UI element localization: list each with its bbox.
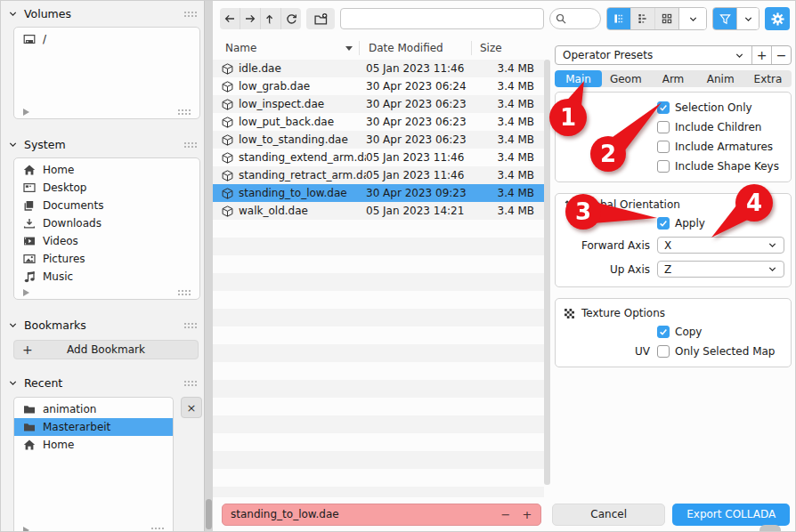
- recent-section-header[interactable]: Recent: [1, 374, 204, 391]
- cancel-button[interactable]: Cancel: [552, 504, 666, 526]
- filename-field[interactable]: standing_to_low.dae − +: [222, 504, 541, 526]
- drag-handle-icon[interactable]: [177, 289, 191, 295]
- operator-presets-dropdown[interactable]: Operator Presets: [556, 46, 751, 64]
- volumes-section-header[interactable]: Volumes: [1, 4, 204, 22]
- dae-file-cube-icon: [222, 81, 233, 93]
- dae-file-cube-icon: [222, 63, 233, 75]
- export-collada-button[interactable]: Export COLLADA: [672, 504, 790, 526]
- checkbox-label[interactable]: Include Armatures: [675, 141, 773, 153]
- checkbox-label[interactable]: Only Selected Map: [675, 345, 775, 358]
- drag-handle-icon[interactable]: [183, 11, 197, 17]
- settings-button[interactable]: [765, 7, 790, 30]
- checkmark-icon: [659, 327, 668, 336]
- checkbox[interactable]: [657, 345, 670, 358]
- sidebar-scrollbar-thumb[interactable]: [206, 499, 212, 529]
- increment-filename-button[interactable]: +: [522, 508, 532, 521]
- system-panel: Home Desktop Documents Downloads: [13, 157, 200, 300]
- vertical-list-view-button[interactable]: [607, 8, 630, 29]
- file-name: idle.dae: [239, 62, 366, 75]
- recent-item[interactable]: Home: [14, 436, 173, 454]
- file-name: low_put_back.dae: [239, 116, 366, 128]
- checkbox-label[interactable]: Selection Only: [675, 101, 752, 114]
- column-header-size[interactable]: Size: [471, 41, 544, 55]
- volumes-label: Volumes: [24, 7, 71, 20]
- file-row[interactable]: low_inspect.dae 30 Apr 2023 06:23 3.4 MB: [213, 95, 544, 113]
- volumes-panel: /: [13, 27, 200, 119]
- recent-item[interactable]: Masterarbeit: [14, 418, 173, 436]
- up-directory-button[interactable]: [260, 8, 280, 29]
- remove-preset-button[interactable]: −: [771, 46, 791, 64]
- system-folder-item[interactable]: Home: [14, 161, 199, 179]
- detail-list-view-button[interactable]: [630, 8, 654, 29]
- system-folder-item[interactable]: Downloads: [14, 214, 199, 232]
- search-field[interactable]: [549, 8, 601, 29]
- file-date-modified: 30 Apr 2023 06:23: [366, 133, 479, 146]
- plus-icon: +: [22, 343, 33, 357]
- add-bookmark-button[interactable]: + Add Bookmark: [13, 340, 199, 359]
- checkbox[interactable]: [657, 326, 670, 338]
- thumbnail-view-button[interactable]: [654, 8, 678, 29]
- file-row[interactable]: low_to_standing.dae 30 Apr 2023 06:23 3.…: [213, 131, 544, 149]
- export-tab[interactable]: Extra: [744, 70, 792, 87]
- recent-item[interactable]: animation: [14, 400, 173, 418]
- forward-button[interactable]: [240, 8, 260, 29]
- system-folder-item[interactable]: Desktop: [14, 179, 199, 197]
- volume-item[interactable]: /: [14, 30, 199, 48]
- chevron-down-icon: [8, 9, 18, 19]
- bookmarks-section-header[interactable]: Bookmarks: [1, 316, 204, 334]
- system-folder-item[interactable]: Documents: [14, 197, 199, 214]
- chevron-down-icon: [735, 51, 744, 60]
- volume-label: /: [43, 33, 46, 45]
- system-folder-item[interactable]: Music: [14, 268, 199, 286]
- search-input[interactable]: [570, 12, 595, 25]
- callout-2-arrow: 2: [584, 95, 666, 175]
- recent-list: animation Masterarbeit Home: [14, 400, 173, 454]
- checkbox-label[interactable]: Include Children: [675, 121, 761, 133]
- filter-settings-dropdown[interactable]: [736, 8, 759, 29]
- column-header-date-modified[interactable]: Date Modified: [359, 41, 471, 55]
- file-row[interactable]: low_put_back.dae 30 Apr 2023 06:23 3.4 M…: [213, 113, 544, 131]
- decrement-filename-button[interactable]: −: [500, 508, 511, 521]
- path-input[interactable]: [340, 8, 544, 29]
- file-row[interactable]: standing_extend_arm.dae 05 Jan 2023 11:4…: [213, 149, 544, 166]
- refresh-button[interactable]: [280, 8, 301, 29]
- system-folder-item[interactable]: Videos: [14, 232, 199, 250]
- forward-arrow-icon: [244, 12, 256, 25]
- recent-label: Recent: [24, 376, 62, 390]
- checkbox-label[interactable]: Include Shape Keys: [675, 160, 779, 173]
- file-row[interactable]: idle.dae 05 Jan 2023 11:46 3.4 MB: [213, 60, 544, 77]
- file-name: low_to_standing.dae: [239, 133, 366, 146]
- minus-icon: −: [776, 48, 787, 62]
- checkbox-label[interactable]: Copy: [675, 326, 702, 338]
- drag-handle-icon[interactable]: [150, 527, 164, 532]
- file-row[interactable]: standing_to_low.dae 30 Apr 2023 09:23 3.…: [213, 184, 544, 202]
- up-axis-select[interactable]: Z: [657, 261, 784, 278]
- drag-handle-icon[interactable]: [183, 380, 197, 386]
- drag-handle-icon[interactable]: [183, 322, 197, 328]
- drag-handle-icon[interactable]: [177, 109, 191, 115]
- system-label: System: [24, 138, 66, 151]
- add-preset-button[interactable]: +: [751, 46, 771, 64]
- file-row[interactable]: walk_old.dae 05 Jan 2023 14:21 3.4 MB: [213, 202, 544, 220]
- export-tab[interactable]: Geom: [602, 70, 649, 87]
- system-section-header[interactable]: System: [1, 135, 204, 153]
- checkbox-label[interactable]: Apply: [675, 217, 705, 230]
- file-row[interactable]: standing_retract_arm.dae 05 Jan 2023 11:…: [213, 166, 544, 184]
- window-resize-grip[interactable]: [759, 525, 781, 532]
- file-date-modified: 05 Jan 2023 11:46: [366, 151, 479, 164]
- display-settings-dropdown[interactable]: [678, 8, 706, 29]
- create-directory-button[interactable]: [306, 8, 335, 29]
- filter-toggle-button[interactable]: [713, 8, 736, 29]
- system-folder-label: Pictures: [43, 253, 85, 265]
- svg-text:4: 4: [746, 189, 762, 216]
- checkerboard-icon: [564, 308, 575, 319]
- drag-handle-icon[interactable]: [183, 141, 197, 148]
- export-tab[interactable]: Arm: [649, 70, 696, 87]
- back-button[interactable]: [220, 8, 240, 29]
- system-folder-item[interactable]: Pictures: [14, 250, 199, 268]
- remove-recent-button[interactable]: ×: [181, 397, 202, 418]
- file-row[interactable]: low_grab.dae 30 Apr 2023 06:24 3.4 MB: [213, 77, 544, 95]
- column-header-name[interactable]: Name: [213, 42, 359, 54]
- sidebar-splitter[interactable]: [204, 1, 213, 532]
- export-tab[interactable]: Anim: [697, 70, 744, 87]
